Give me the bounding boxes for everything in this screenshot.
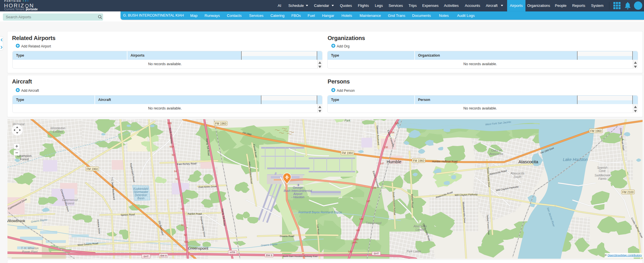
svg-text:Greens Road: Greens Road bbox=[280, 235, 294, 238]
svg-text:60A: 60A bbox=[184, 240, 188, 243]
svg-text:North Sam Houston Parkway East: North Sam Houston Parkway East bbox=[283, 255, 318, 258]
svg-text:147: 147 bbox=[366, 200, 370, 203]
svg-text:FM 1960: FM 1960 bbox=[215, 122, 227, 125]
svg-text:Atascocita: Atascocita bbox=[489, 152, 503, 156]
svg-text:FM 2100: FM 2100 bbox=[622, 191, 634, 194]
svg-text:Greenspoint: Greenspoint bbox=[188, 246, 208, 250]
svg-text:Saddlecreek: Saddlecreek bbox=[594, 174, 611, 177]
svg-text:61: 61 bbox=[181, 224, 184, 226]
svg-text:Lake Houston: Lake Houston bbox=[563, 157, 588, 162]
svg-text:T. H. Wharton: T. H. Wharton bbox=[21, 247, 39, 250]
svg-text:FM 1960: FM 1960 bbox=[590, 129, 602, 133]
svg-text:HTR: HTR bbox=[230, 251, 235, 254]
svg-text:Power Plant: Power Plant bbox=[22, 250, 38, 253]
svg-text:Detention: Detention bbox=[135, 194, 147, 197]
svg-text:FM 1960: FM 1960 bbox=[342, 152, 353, 155]
svg-text:64: 64 bbox=[172, 154, 175, 156]
svg-text:62: 62 bbox=[184, 234, 187, 236]
svg-text:✈: ✈ bbox=[297, 183, 300, 187]
svg-text:BW 8: BW 8 bbox=[160, 254, 167, 257]
svg-text:Willowbrook: Willowbrook bbox=[7, 219, 25, 223]
svg-text:149: 149 bbox=[395, 122, 399, 125]
svg-text:FM 1960: FM 1960 bbox=[86, 168, 98, 171]
svg-text:Humble: Humble bbox=[387, 159, 401, 164]
svg-text:Spanish: Spanish bbox=[597, 166, 608, 169]
svg-text:Reinhardt Bayou Reinhardt Bayo: Reinhardt Bayou Reinhardt Bayou bbox=[298, 211, 342, 214]
svg-text:SHT: SHT bbox=[374, 252, 379, 255]
svg-text:144B: 144B bbox=[353, 238, 359, 241]
svg-text:Park: Park bbox=[344, 119, 351, 122]
svg-text:FM 1960: FM 1960 bbox=[413, 159, 424, 162]
svg-text:Landfill: Landfill bbox=[415, 228, 425, 231]
svg-text:63: 63 bbox=[176, 178, 178, 180]
svg-text:66A: 66A bbox=[170, 145, 174, 148]
svg-text:Spears Road: Spears Road bbox=[121, 213, 135, 216]
svg-text:SHT: SHT bbox=[143, 255, 149, 258]
svg-text:Basin: Basin bbox=[137, 197, 144, 200]
svg-text:Forest: Forest bbox=[20, 158, 29, 161]
svg-text:Atascocita: Atascocita bbox=[510, 172, 525, 175]
svg-text:Kuykendahl: Kuykendahl bbox=[133, 187, 149, 190]
svg-text:154: 154 bbox=[390, 131, 394, 134]
svg-text:Atascocita: Atascocita bbox=[518, 159, 538, 164]
svg-text:Oaks of: Oaks of bbox=[491, 149, 502, 152]
svg-text:Farms: Farms bbox=[598, 177, 606, 180]
svg-text:Rankin Road: Rankin Road bbox=[188, 212, 202, 215]
svg-text:Park Lakes: Park Lakes bbox=[407, 250, 421, 253]
svg-text:Estates: Estates bbox=[53, 130, 63, 133]
svg-text:Cove: Cove bbox=[599, 169, 606, 172]
svg-text:149: 149 bbox=[372, 186, 376, 189]
svg-text:66B: 66B bbox=[167, 122, 172, 125]
svg-text:© OpenStreetMap contributors: © OpenStreetMap contributors bbox=[605, 254, 642, 257]
svg-text:144A: 144A bbox=[352, 241, 357, 244]
svg-text:Humble–Huffman Road: Humble–Huffman Road bbox=[432, 160, 458, 163]
svg-text:147: 147 bbox=[380, 162, 384, 165]
svg-text:Stormwater: Stormwater bbox=[133, 190, 148, 194]
svg-text:BW 8: BW 8 bbox=[266, 254, 272, 257]
svg-text:Wimbledon: Wimbledon bbox=[50, 126, 66, 130]
svg-text:143: 143 bbox=[348, 250, 352, 253]
svg-text:Wilson Road: Wilson Road bbox=[411, 194, 414, 208]
svg-text:Timberwood: Timberwood bbox=[366, 222, 381, 225]
svg-text:64: 64 bbox=[174, 170, 177, 173]
svg-text:146: 146 bbox=[356, 229, 360, 232]
svg-text:145: 145 bbox=[359, 218, 363, 220]
svg-text:South: South bbox=[513, 175, 521, 178]
svg-text:63: 63 bbox=[181, 208, 184, 210]
svg-text:- Houston: - Houston bbox=[291, 195, 304, 199]
svg-text:150: 150 bbox=[384, 146, 388, 149]
